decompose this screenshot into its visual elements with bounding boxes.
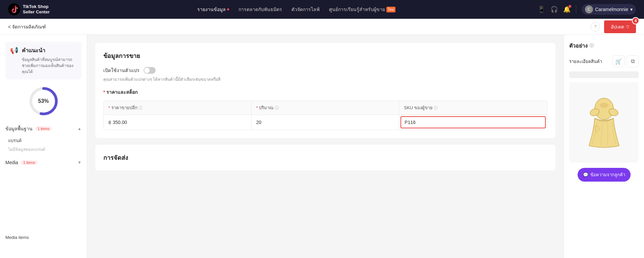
progress-wrapper: 53%: [5, 86, 82, 116]
chat-label: ข้อความจากลูกค้า: [590, 171, 625, 178]
selling-info-card: ข้อมูลการขาย เปิดใช้งานตัวแปร คุณสามารถเ…: [95, 43, 555, 138]
variant-toggle-row: เปิดใช้งานตัวแปร: [103, 67, 547, 74]
nav-label-marketing: การตลาดกับพันธมิตร: [238, 6, 282, 13]
preview-bar: [569, 71, 639, 78]
basic-info-section-header[interactable]: ข้อมูลพื้นฐาน 1 items ▲: [5, 122, 82, 135]
sku-highlight-box: [400, 116, 546, 128]
header-sku: SKU ของผู้ขาย ⓘ: [399, 101, 547, 115]
nav-label-automation: ตัวจัดการไลฟ์: [291, 6, 320, 13]
variant-toggle-label: เปิดใช้งานตัวแปร: [103, 67, 140, 74]
header-quantity-label: ปริมาณ: [259, 105, 273, 110]
recommendation-text: ข้อมูลสินค้าที่สมบูรณ์สามารถช่วยเพิ่มการ…: [22, 57, 77, 75]
nav-link-reports[interactable]: รายงานข้อมูล: [197, 6, 229, 13]
dress-illustration: [577, 89, 631, 156]
brand-item[interactable]: แบรนด์: [5, 135, 82, 146]
nav-link-marketing[interactable]: การตลาดกับพันธมิตร: [238, 6, 282, 13]
center-content: ข้อมูลการขาย เปิดใช้งานตัวแปร คุณสามารถเ…: [87, 35, 564, 258]
nav-link-learning[interactable]: ศูนย์การเรียนรู้สำหรับผู้ขาย ใหม่: [329, 6, 395, 13]
header-sku-label: SKU ของผู้ขาย: [404, 105, 432, 110]
basic-info-title: ข้อมูลพื้นฐาน: [5, 125, 33, 132]
left-sidebar: 📢 คำแนะนำ ข้อมูลสินค้าที่สมบูรณ์สามารถช่…: [0, 35, 87, 258]
preview-icon-buttons: 🛒 ⧉: [612, 55, 639, 67]
nav-right: 📱 🎧 🔔 C Caramelmonnie ▾: [538, 4, 636, 15]
help-price-icon[interactable]: ⓘ: [139, 106, 143, 110]
selling-info-title: ข้อมูลการขาย: [103, 51, 547, 61]
price-input-cell: ฿: [104, 115, 252, 130]
nav-links: รายงานข้อมูล การตลาดกับพันธมิตร ตัวจัดกา…: [66, 6, 527, 13]
chevron-down-icon: ▾: [630, 7, 633, 12]
media-badge: 1 items: [21, 160, 37, 165]
media-title: Media: [5, 160, 18, 165]
shipping-card: การจัดส่ง: [95, 145, 555, 171]
mobile-icon[interactable]: 📱: [538, 6, 545, 13]
nav-label-learning: ศูนย์การเรียนรู้สำหรับผู้ขาย: [329, 6, 385, 13]
shipping-title: การจัดส่ง: [103, 153, 547, 163]
help-preview-icon[interactable]: ⓘ: [590, 43, 594, 49]
update-btn-wrapper: อัปเดต ▽ 4: [604, 20, 636, 33]
new-badge: ใหม่: [386, 7, 395, 12]
progress-circle: 53%: [29, 86, 59, 116]
nav-link-automation[interactable]: ตัวจัดการไลฟ์: [291, 6, 320, 13]
nav-label-reports: รายงานข้อมูล: [197, 6, 226, 13]
svg-point-0: [8, 3, 20, 15]
logo[interactable]: TikTok Shop Seller Center: [8, 3, 55, 15]
header-price-label: ราคาขายปลีก: [111, 105, 138, 110]
chat-btn-area: 💬 ข้อความจากลูกค้า: [569, 168, 639, 182]
media-items-label: Media items: [5, 235, 82, 240]
variant-hint: คุณสามารถเพิ่มตัวแปรต่างๆ ได้หากสินค้านี…: [103, 76, 547, 82]
notification-dot: [569, 5, 571, 8]
price-table: * ราคาขายปลีก ⓘ * ปริมาณ ⓘ SKU ของผู้ขาย…: [103, 101, 547, 130]
copy-icon-btn[interactable]: ⧉: [627, 55, 639, 67]
basic-info-badge: 1 items: [35, 126, 52, 131]
right-panel: ตัวอย่าง ⓘ รายละเอียดสินค้า 🛒 ⧉: [564, 35, 644, 258]
user-menu[interactable]: C Caramelmonnie ▾: [582, 4, 636, 15]
cart-icon-btn[interactable]: 🛒: [612, 55, 625, 67]
headset-icon[interactable]: 🎧: [550, 6, 558, 13]
nav-dot-reports: [227, 8, 229, 10]
logo-text: TikTok Shop Seller Center: [23, 4, 50, 14]
progress-label: 53%: [38, 98, 49, 104]
quantity-input-cell: [252, 115, 399, 130]
breadcrumb[interactable]: < จัดการผลิตภัณฑ์: [8, 23, 46, 30]
chevron-up-icon: ▲: [77, 126, 82, 131]
preview-image-area: [569, 82, 639, 163]
back-link[interactable]: < จัดการผลิตภัณฑ์: [8, 23, 46, 30]
update-button[interactable]: อัปเดต ▽: [604, 20, 636, 33]
megaphone-icon: 📢: [10, 46, 18, 54]
update-label: อัปเดต: [611, 23, 624, 30]
chevron-down-icon: ▼: [77, 160, 82, 165]
preview-title: ตัวอย่าง ⓘ: [569, 42, 639, 50]
user-avatar: C: [585, 5, 593, 13]
currency-symbol: ฿: [108, 120, 111, 125]
breadcrumb-bar: < จัดการผลิตภัณฑ์ ? อัปเดต ▽ 4: [0, 19, 644, 35]
quantity-input[interactable]: [256, 120, 394, 125]
notification-icon[interactable]: 🔔: [563, 6, 571, 13]
recommendation-title: คำแนะนำ: [22, 46, 77, 55]
help-quantity-icon[interactable]: ⓘ: [275, 106, 279, 110]
header-price: * ราคาขายปลีก ⓘ: [104, 101, 252, 115]
price-label-text: ราคาและสต็อก: [106, 89, 138, 95]
breadcrumb-right: ? อัปเดต ▽ 4: [591, 20, 636, 33]
media-section-header[interactable]: Media 1 items ▼: [5, 156, 82, 168]
price-input[interactable]: [113, 120, 247, 125]
top-navigation: TikTok Shop Seller Center รายงานข้อมูล ก…: [0, 0, 644, 19]
sku-input-cell-wrapper: [399, 115, 547, 130]
chat-icon: 💬: [583, 172, 588, 177]
filter-icon: ▽: [626, 24, 629, 29]
brand-empty-text: ไม่มีข้อมูลของแบรนด์: [5, 146, 82, 152]
update-badge: 4: [632, 17, 639, 24]
help-sku-icon[interactable]: ⓘ: [434, 106, 438, 110]
media-items-label-area: Media items: [5, 168, 82, 240]
price-table-header: * ราคาขายปลีก ⓘ * ปริมาณ ⓘ SKU ของผู้ขาย…: [104, 101, 547, 115]
recommendation-box: 📢 คำแนะนำ ข้อมูลสินค้าที่สมบูรณ์สามารถช่…: [5, 42, 82, 79]
variant-toggle[interactable]: [144, 67, 156, 74]
sku-input[interactable]: [405, 120, 542, 125]
price-table-body: ฿: [104, 115, 547, 130]
user-name: Caramelmonnie: [595, 7, 628, 12]
help-button[interactable]: ?: [591, 22, 600, 31]
main-layout: 📢 คำแนะนำ ข้อมูลสินค้าที่สมบูรณ์สามารถช่…: [0, 35, 644, 258]
header-quantity: * ปริมาณ ⓘ: [252, 101, 399, 115]
price-section-label: ราคาและสต็อก: [103, 88, 547, 96]
chat-button[interactable]: 💬 ข้อความจากลูกค้า: [578, 168, 631, 182]
preview-controls: รายละเอียดสินค้า 🛒 ⧉: [569, 55, 639, 67]
